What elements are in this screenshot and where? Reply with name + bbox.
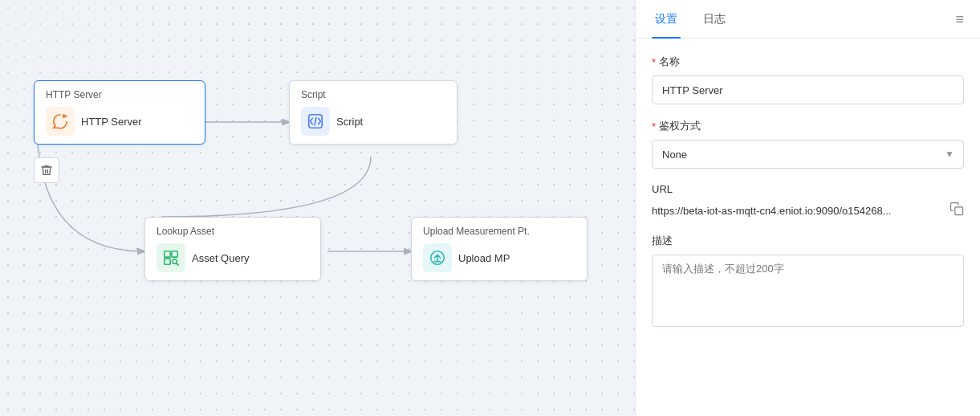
auth-select-wrapper: None Basic Bearer Token ▼ (652, 140, 964, 169)
svg-rect-8 (955, 207, 963, 215)
auth-field-group: * 鉴权方式 None Basic Bearer Token ▼ (652, 119, 964, 169)
upload-mp-icon (423, 243, 452, 272)
auth-select[interactable]: None Basic Bearer Token (652, 140, 964, 169)
desc-textarea[interactable] (652, 255, 964, 327)
auth-label: * 鉴权方式 (652, 119, 964, 133)
panel-tabs: 设置 日志 ≡ (636, 0, 980, 39)
arrows-svg (0, 0, 635, 416)
url-value-row: https://beta-iot-as-mqtt-cn4.eniot.io:90… (652, 202, 964, 219)
upload-mp-node[interactable]: Upload Measurement Pt. Upload MP (411, 217, 588, 281)
right-panel: 设置 日志 ≡ * 名称 * 鉴权方式 None Basic Bearer To… (635, 0, 980, 416)
name-label: * 名称 (652, 55, 964, 69)
node-title: HTTP Server (46, 89, 193, 100)
panel-menu-icon[interactable]: ≡ (955, 10, 964, 27)
delete-button[interactable] (34, 157, 59, 183)
name-required-star: * (652, 56, 656, 68)
node-title: Lookup Asset (157, 226, 309, 237)
script-node[interactable]: Script Script (289, 80, 457, 145)
tab-settings[interactable]: 设置 (652, 0, 681, 39)
desc-label: 描述 (652, 234, 964, 248)
name-label-text: 名称 (659, 55, 680, 69)
url-label: URL (652, 183, 964, 195)
node-title: Upload Measurement Pt. (423, 226, 575, 237)
panel-content: * 名称 * 鉴权方式 None Basic Bearer Token ▼ UR (636, 39, 980, 416)
url-group: URL https://beta-iot-as-mqtt-cn4.eniot.i… (652, 183, 964, 219)
desc-field-group: 描述 (652, 234, 964, 330)
name-input[interactable] (652, 75, 964, 104)
svg-rect-3 (165, 251, 170, 257)
canvas[interactable]: HTTP Server HTTP Server Script Script (0, 0, 635, 416)
svg-rect-5 (165, 259, 170, 264)
upload-mp-label: Upload MP (458, 252, 510, 264)
lookup-asset-label: Asset Query (192, 252, 250, 264)
auth-label-text: 鉴权方式 (659, 119, 701, 133)
node-title: Script (301, 89, 445, 100)
url-text: https://beta-iot-as-mqtt-cn4.eniot.io:90… (652, 205, 943, 217)
script-label: Script (336, 116, 363, 128)
http-server-label: HTTP Server (81, 116, 142, 128)
auth-required-star: * (652, 120, 656, 133)
http-server-icon (46, 107, 75, 136)
script-icon (301, 107, 330, 136)
lookup-asset-icon (157, 243, 185, 272)
copy-icon[interactable] (950, 202, 964, 219)
http-server-node[interactable]: HTTP Server HTTP Server (34, 80, 205, 145)
lookup-asset-node[interactable]: Lookup Asset Asset Query (144, 217, 321, 281)
name-field-group: * 名称 (652, 55, 964, 104)
tab-log[interactable]: 日志 (700, 0, 729, 39)
svg-rect-4 (172, 251, 177, 257)
